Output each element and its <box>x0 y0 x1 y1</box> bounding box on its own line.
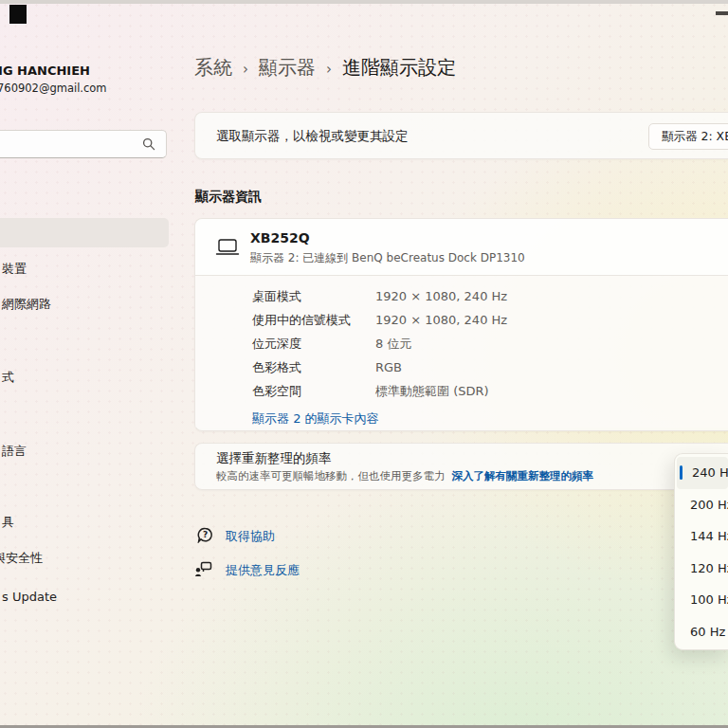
info-label: 使用中的信號模式 <box>252 312 375 329</box>
info-value: 標準動態範圍 (SDR) <box>375 383 489 400</box>
refresh-option-label: 144 Hz <box>690 529 728 543</box>
info-row-desktop-mode: 桌面模式 1920 × 1080, 240 Hz <box>252 284 728 308</box>
user-email: 760902@gmail.com <box>0 82 173 95</box>
display-select-dropdown[interactable]: 顯示器 2: XB <box>648 123 728 150</box>
info-row-color-format: 色彩格式 RGB <box>252 355 728 379</box>
monitor-icon <box>215 237 240 258</box>
breadcrumb-system[interactable]: 系統 <box>194 55 232 81</box>
feedback-icon <box>194 561 212 577</box>
refresh-option-60hz[interactable]: 60 Hz <box>675 616 728 648</box>
refresh-rate-title: 選擇重新整理的頻率 <box>216 450 332 467</box>
sidebar-item-apps[interactable]: 式 <box>0 369 173 386</box>
refresh-option-label: 60 Hz <box>690 625 725 639</box>
info-label: 色彩空間 <box>252 383 375 400</box>
search-icon <box>142 137 155 151</box>
breadcrumb: 系統 › 顯示器 › 進階顯示設定 <box>194 55 456 81</box>
sidebar-item-bluetooth-devices[interactable]: 裝置 <box>0 261 173 278</box>
info-row-bit-depth: 位元深度 8 位元 <box>252 332 728 355</box>
settings-search-box[interactable] <box>0 130 167 158</box>
minimize-icon[interactable] <box>716 11 728 15</box>
page-title: 進階顯示設定 <box>342 55 456 81</box>
info-label: 位元深度 <box>252 336 375 353</box>
search-input[interactable] <box>7 132 130 156</box>
info-value: 1920 × 1080, 240 Hz <box>375 313 507 327</box>
refresh-option-100hz[interactable]: 100 Hz <box>675 584 728 616</box>
info-value: RGB <box>375 360 402 374</box>
device-name: XB252Q <box>250 230 310 246</box>
sidebar-item-time-language[interactable]: 語言 <box>0 443 173 460</box>
get-help-link[interactable]: 取得協助 <box>226 528 275 545</box>
breadcrumb-display[interactable]: 顯示器 <box>259 55 316 81</box>
window-corner-icon <box>9 5 27 24</box>
breadcrumb-separator-icon: › <box>243 59 248 78</box>
display-info-card: XB252Q 顯示器 2: 已連線到 BenQ beCreatus Dock D… <box>194 218 728 431</box>
refresh-rate-card: 選擇重新整理的頻率 較高的速率可更順暢地移動，但也使用更多電力深入了解有關重新整… <box>194 443 728 490</box>
breadcrumb-separator-icon: › <box>326 59 332 78</box>
sidebar-item-windows-update[interactable]: s Update <box>0 590 173 607</box>
refresh-option-144hz[interactable]: 144 Hz <box>675 520 728 553</box>
window-top-edge <box>0 0 728 4</box>
refresh-option-label: 200 Hz <box>690 498 728 512</box>
info-label: 色彩格式 <box>252 359 375 376</box>
refresh-option-label: 240 Hz <box>692 465 728 480</box>
display-info-section-title: 顯示器資訊 <box>195 189 262 206</box>
select-display-card: 選取顯示器，以檢視或變更其設定 顯示器 2: XB <box>194 112 728 159</box>
info-value: 8 位元 <box>375 336 411 353</box>
refresh-option-240hz[interactable]: 240 Hz <box>677 457 728 489</box>
refresh-rate-learn-more-link[interactable]: 深入了解有關重新整理的頻率 <box>452 469 594 482</box>
refresh-option-200hz[interactable]: 200 Hz <box>675 489 728 521</box>
refresh-rate-flyout: 240 Hz 200 Hz 144 Hz 120 Hz 100 Hz 60 Hz <box>674 453 728 650</box>
refresh-option-label: 100 Hz <box>690 592 728 607</box>
refresh-option-label: 120 Hz <box>690 561 728 575</box>
select-display-label: 選取顯示器，以檢視或變更其設定 <box>216 113 409 159</box>
device-status: 顯示器 2: 已連線到 BenQ beCreatus Dock DP1310 <box>250 250 525 266</box>
refresh-option-120hz[interactable]: 120 Hz <box>675 553 728 585</box>
selected-accent-bar <box>680 465 682 480</box>
get-help-icon: ? <box>197 527 213 543</box>
refresh-rate-description: 較高的速率可更順暢地移動，但也使用更多電力深入了解有關重新整理的頻率 <box>216 469 593 483</box>
info-value: 1920 × 1080, 240 Hz <box>375 289 507 303</box>
display-adapter-link[interactable]: 顯示器 2 的顯示卡內容 <box>252 410 379 428</box>
info-label: 桌面模式 <box>252 288 375 305</box>
refresh-rate-desc-text: 較高的速率可更順暢地移動，但也使用更多電力 <box>216 469 446 482</box>
sidebar-item-system-selected[interactable] <box>0 218 169 247</box>
svg-text:?: ? <box>203 530 208 539</box>
display-info-header-row: XB252Q 顯示器 2: 已連線到 BenQ beCreatus Dock D… <box>195 219 728 276</box>
sidebar-item-privacy-security[interactable]: 與安全性 <box>0 550 173 567</box>
user-name: NG HANCHIEH <box>0 64 173 78</box>
display-info-details: 桌面模式 1920 × 1080, 240 Hz 使用中的信號模式 1920 ×… <box>195 276 728 428</box>
info-row-color-space: 色彩空間 標準動態範圍 (SDR) <box>252 379 728 403</box>
info-row-signal-mode: 使用中的信號模式 1920 × 1080, 240 Hz <box>252 308 728 332</box>
send-feedback-link[interactable]: 提供意見反應 <box>226 562 300 579</box>
sidebar-item-network-internet[interactable]: 網際網路 <box>0 296 173 313</box>
sidebar-item-accessibility[interactable]: 具 <box>0 514 173 531</box>
